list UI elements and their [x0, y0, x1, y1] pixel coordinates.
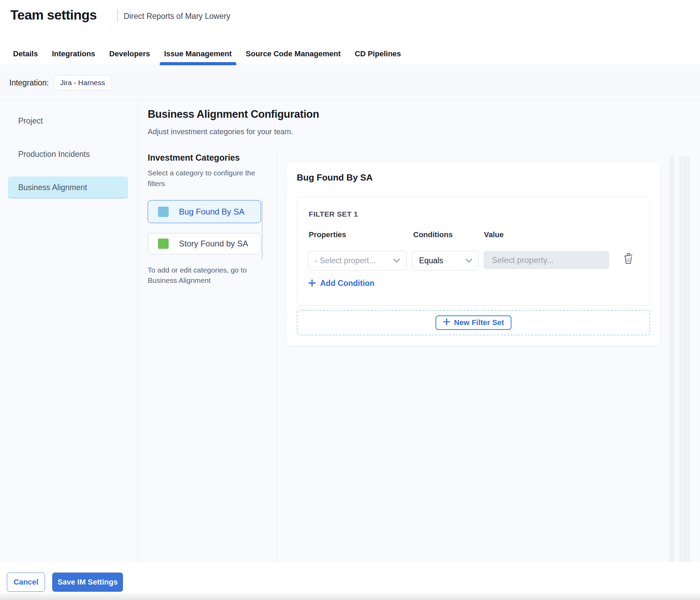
panel-scrollbar[interactable] [670, 156, 674, 562]
settings-sidebar: Project Production Incidents Business Al… [0, 101, 138, 562]
tab-cd-pipelines[interactable]: CD Pipelines [355, 43, 401, 65]
add-condition-label: Add Condition [320, 279, 374, 288]
tab-source-code-management[interactable]: Source Code Management [246, 43, 341, 65]
chevron-down-icon [465, 258, 472, 263]
sidebar-item-production-incidents[interactable]: Production Incidents [8, 143, 128, 165]
cancel-button[interactable]: Cancel [7, 573, 45, 592]
categories-footnote: To add or edit categories, go to Busines… [148, 265, 264, 286]
properties-column-label: Properties [309, 230, 346, 239]
filter-set-heading: FILTER SET 1 [309, 210, 358, 218]
new-filter-set-label: New Filter Set [454, 318, 504, 327]
integration-bar: Integration: Jira - Harness [0, 65, 700, 101]
filter-config-card: Bug Found By SA FILTER SET 1 Properties … [287, 162, 660, 346]
conditions-column-label: Conditions [413, 230, 453, 239]
new-filter-set-dropzone: New Filter Set [297, 310, 650, 335]
category-button-bug-found-by-sa[interactable]: Bug Found By SA [148, 200, 261, 223]
category-list-scrollbar[interactable] [262, 200, 263, 259]
category-label: Story Found by SA [179, 239, 248, 249]
value-input[interactable] [484, 251, 609, 269]
story-category-swatch-icon [158, 239, 169, 249]
filter-set-box: FILTER SET 1 Properties Conditions Value… [297, 197, 650, 305]
content-area: Project Production Incidents Business Al… [0, 101, 700, 562]
integration-label: Integration: [9, 78, 49, 88]
page-subtitle: Direct Reports of Mary Lowery [124, 12, 230, 21]
sidebar-item-business-alignment[interactable]: Business Alignment [8, 176, 128, 198]
category-button-story-found-by-sa[interactable]: Story Found by SA [148, 233, 261, 254]
new-filter-set-button[interactable]: New Filter Set [436, 315, 511, 330]
investment-categories-heading: Investment Categories [148, 153, 240, 163]
plus-icon [308, 279, 316, 288]
title-separator [117, 9, 118, 22]
plus-icon [443, 318, 450, 327]
save-im-settings-button[interactable]: Save IM Settings [52, 573, 123, 592]
tab-integrations[interactable]: Integrations [52, 43, 95, 65]
tab-bar: Details Integrations Developers Issue Ma… [0, 43, 700, 65]
section-title: Business Alignment Configuration [148, 108, 319, 120]
footer-bar: Cancel Save IM Settings [0, 562, 700, 600]
value-column-label: Value [484, 230, 504, 239]
category-label: Bug Found By SA [179, 207, 245, 217]
condition-select-value: Equals [419, 256, 462, 265]
main-panel: Business Alignment Configuration Adjust … [138, 101, 700, 562]
section-subtitle: Adjust investment categories for your te… [148, 127, 293, 136]
sidebar-item-project[interactable]: Project [8, 110, 128, 132]
team-settings-page: Team settings Direct Reports of Mary Low… [0, 0, 700, 600]
page-scrollbar[interactable] [680, 156, 690, 562]
add-condition-button[interactable]: Add Condition [308, 279, 374, 288]
tab-issue-management[interactable]: Issue Management [164, 43, 232, 65]
tab-developers[interactable]: Developers [109, 43, 150, 65]
chevron-down-icon [393, 258, 400, 263]
column-divider [276, 151, 277, 562]
condition-select[interactable]: Equals [412, 251, 479, 270]
tab-details[interactable]: Details [13, 43, 38, 65]
delete-condition-button[interactable] [621, 252, 635, 266]
investment-categories-hint: Select a category to configure the filte… [148, 168, 269, 189]
trash-icon [623, 253, 633, 265]
app-header: Team settings Direct Reports of Mary Low… [0, 0, 700, 43]
integration-chip[interactable]: Jira - Harness [54, 75, 112, 90]
page-title: Team settings [10, 8, 97, 23]
bug-category-swatch-icon [158, 207, 169, 217]
property-select[interactable]: - Select propert... [308, 251, 407, 270]
property-select-placeholder: - Select propert... [315, 256, 390, 265]
filter-card-title: Bug Found By SA [297, 172, 373, 183]
